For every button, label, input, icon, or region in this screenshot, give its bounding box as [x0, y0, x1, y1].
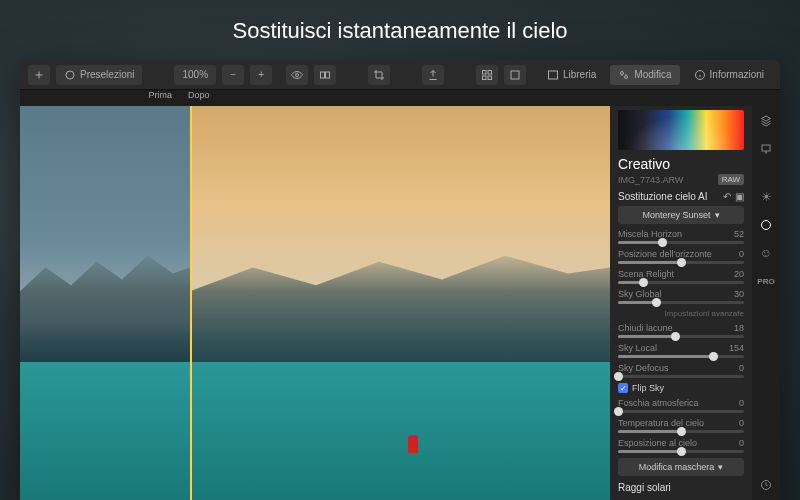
slider-foschia-atmosferica[interactable]: Foschia atmosferica0 [618, 398, 744, 413]
svg-rect-8 [511, 71, 519, 79]
slider-value: 30 [734, 289, 744, 299]
presets-button[interactable]: Preselezioni [56, 65, 142, 85]
slider-posizione-dell-orizzonte[interactable]: Posizione dell'orizzonte0 [618, 249, 744, 264]
essentials-icon[interactable]: ☀ [757, 188, 775, 206]
slider-label: Scena Relight [618, 269, 674, 279]
slider-temperatura-del-cielo[interactable]: Temperatura del cielo0 [618, 418, 744, 433]
slider-knob[interactable] [652, 298, 661, 307]
slider-track[interactable] [618, 335, 744, 338]
single-icon[interactable] [504, 65, 526, 85]
tab-edit-label: Modifica [634, 69, 671, 80]
slider-knob[interactable] [677, 427, 686, 436]
slider-knob[interactable] [671, 332, 680, 341]
slider-value: 0 [739, 398, 744, 408]
hero-title: Sostituisci istantaneamente il cielo [0, 0, 800, 58]
slider-value: 0 [739, 249, 744, 259]
flip-sky-row[interactable]: ✓ Flip Sky [618, 383, 744, 393]
slider-esposizione-al-cielo[interactable]: Esposizione al cielo0 [618, 438, 744, 453]
slider-scena-relight[interactable]: Scena Relight20 [618, 269, 744, 284]
slider-track[interactable] [618, 355, 744, 358]
compare-divider[interactable] [190, 106, 192, 500]
flip-sky-checkbox[interactable]: ✓ [618, 383, 628, 393]
slider-knob[interactable] [677, 258, 686, 267]
slider-track[interactable] [618, 430, 744, 433]
zoom-dropdown[interactable]: 100% [174, 65, 216, 85]
tool-rail: ☀ ☺ PRO [752, 106, 780, 500]
zoom-out-button[interactable]: − [222, 65, 244, 85]
eye-icon[interactable] [286, 65, 308, 85]
svg-point-14 [762, 221, 771, 230]
slider-value: 18 [734, 323, 744, 333]
slider-value: 20 [734, 269, 744, 279]
preset-label: Monterey Sunset [642, 210, 710, 220]
slider-track[interactable] [618, 450, 744, 453]
tab-library[interactable]: Libreria [539, 65, 604, 85]
pro-icon[interactable]: PRO [757, 272, 775, 290]
slider-track[interactable] [618, 241, 744, 244]
compare-icon[interactable] [314, 65, 336, 85]
raggi-header: Raggi solari [618, 482, 744, 493]
slider-value: 0 [739, 418, 744, 428]
edit-panel: Creativo IMG_7743.ARW RAW Sostituzione c… [610, 106, 780, 500]
slider-label: Miscela Horizon [618, 229, 682, 239]
slider-knob[interactable] [614, 372, 623, 381]
section-title: Creativo [618, 156, 744, 172]
tab-library-label: Libreria [563, 69, 596, 80]
crop-icon[interactable] [368, 65, 390, 85]
undo-icon[interactable]: ↶ [723, 191, 731, 202]
slider-knob[interactable] [709, 352, 718, 361]
visibility-toggle-icon[interactable]: ▣ [735, 191, 744, 202]
raggi-label: Raggi solari [618, 482, 671, 493]
image-canvas[interactable] [20, 106, 610, 500]
slider-track[interactable] [618, 410, 744, 413]
slider-sky-local[interactable]: Sky Local154 [618, 343, 744, 358]
slider-miscela-horizon[interactable]: Miscela Horizon52 [618, 229, 744, 244]
svg-point-11 [625, 75, 628, 78]
slider-knob[interactable] [614, 407, 623, 416]
slider-knob[interactable] [677, 447, 686, 456]
histogram[interactable] [618, 110, 744, 150]
slider-sky-defocus[interactable]: Sky Defocus0 [618, 363, 744, 378]
slider-track[interactable] [618, 375, 744, 378]
slider-label: Sky Local [618, 343, 657, 353]
slider-knob[interactable] [658, 238, 667, 247]
svg-rect-7 [488, 76, 492, 80]
library-icon [547, 69, 559, 81]
tab-info[interactable]: Informazioni [686, 65, 772, 85]
sky-preset-dropdown[interactable]: Monterey Sunset▾ [618, 206, 744, 224]
slider-track[interactable] [618, 261, 744, 264]
layers-icon[interactable] [757, 112, 775, 130]
svg-rect-4 [482, 70, 486, 74]
info-icon [694, 69, 706, 81]
slider-sky-global[interactable]: Sky Global30 [618, 289, 744, 304]
tab-info-label: Informazioni [710, 69, 764, 80]
slider-chiudi-lacune[interactable]: Chiudi lacune18 [618, 323, 744, 338]
add-button[interactable] [28, 65, 50, 85]
slider-track[interactable] [618, 301, 744, 304]
advanced-settings-link[interactable]: Impostazioni avanzate [618, 309, 744, 318]
tool-name: Sostituzione cielo AI [618, 191, 708, 202]
svg-point-0 [66, 71, 74, 79]
presets-label: Preselezioni [80, 69, 134, 80]
tab-edit[interactable]: Modifica [610, 65, 679, 85]
filename: IMG_7743.ARW [618, 175, 683, 185]
zoom-in-button[interactable]: + [250, 65, 272, 85]
slider-track[interactable] [618, 281, 744, 284]
slider-knob[interactable] [639, 278, 648, 287]
slider-value: 52 [734, 229, 744, 239]
before-after-labels: Prima Dopo [20, 90, 780, 106]
history-icon[interactable] [757, 476, 775, 494]
edit-mask-dropdown[interactable]: Modifica maschera▾ [618, 458, 744, 476]
creative-icon[interactable] [757, 216, 775, 234]
image-before [20, 106, 190, 500]
slider-label: Sky Defocus [618, 363, 669, 373]
svg-rect-6 [482, 76, 486, 80]
slider-label: Posizione dell'orizzonte [618, 249, 712, 259]
grid-icon[interactable] [476, 65, 498, 85]
canvas-icon[interactable] [757, 140, 775, 158]
svg-point-1 [295, 73, 298, 76]
main-area: Creativo IMG_7743.ARW RAW Sostituzione c… [20, 106, 780, 500]
mask-label: Modifica maschera [639, 462, 715, 472]
portrait-icon[interactable]: ☺ [757, 244, 775, 262]
export-icon[interactable] [422, 65, 444, 85]
